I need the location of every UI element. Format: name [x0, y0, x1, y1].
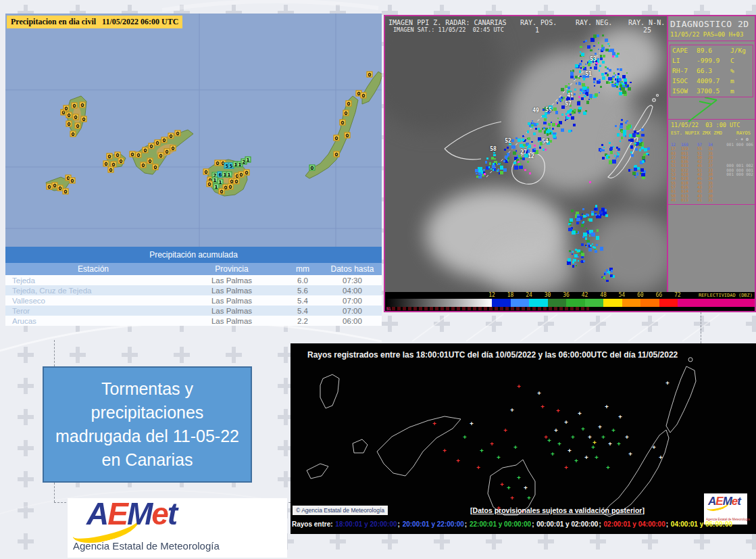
lightning-strike: +	[517, 475, 520, 481]
lightning-strike: +	[606, 464, 609, 470]
lightning-strike: +	[564, 464, 568, 470]
precip-station-marker: 0	[136, 152, 142, 158]
lightning-strike: +	[503, 427, 507, 433]
title-line-1: Tormentas y	[101, 377, 193, 401]
dashed-line-vertical-bottom	[54, 483, 55, 502]
lightning-strike: +	[476, 464, 480, 470]
est-table-rows: 121605734001 000 00617159553503051513527…	[671, 143, 753, 202]
precip-station-marker: 0	[130, 151, 136, 157]
precip-station-marker: 0	[143, 147, 149, 153]
title-line-4: en Canarias	[102, 448, 193, 472]
radar-cell-label: 57	[565, 101, 572, 107]
colorbar-tick: 54	[619, 292, 626, 298]
lightning-strike: +	[500, 481, 503, 487]
lightning-strike: +	[628, 451, 632, 457]
lightning-strike: +	[617, 441, 620, 447]
radar-header-line1: IMAGEN PPI Z. RADAR: CANARIAS	[388, 19, 507, 26]
lightning-strike: +	[618, 414, 622, 420]
diag-row: RH-766.3%	[670, 66, 753, 76]
lightning-strike: +	[480, 447, 483, 454]
colorbar-tick: 42	[582, 292, 588, 298]
logo-letter-e2: e	[151, 496, 168, 531]
precip-station-marker: 0	[149, 143, 155, 149]
precip-station-marker: 0	[80, 102, 86, 108]
precip-station-marker: 0	[103, 161, 109, 167]
precip-station-marker: 1	[245, 157, 251, 163]
legend-item: 04:00:01 y 06:00:00	[671, 520, 732, 528]
lightning-strike: +	[593, 439, 596, 445]
lightning-strike: +	[510, 407, 513, 413]
radar-cell-label: 55	[545, 107, 552, 113]
lightning-strike: +	[456, 458, 459, 464]
col-mm: mm	[282, 264, 323, 274]
legend-item: 00:00:01 y 02:00:00	[536, 520, 598, 528]
ray-pos-value: 1	[535, 26, 539, 34]
precip-station-marker: 0	[361, 93, 367, 99]
table-cell: Las Palmas	[181, 276, 282, 285]
table-cell: Teror	[5, 307, 181, 315]
table-cell: 5.4	[282, 297, 323, 305]
precip-station-marker: 0	[75, 123, 81, 129]
table-cell: 2.2	[282, 317, 323, 325]
diagnostics-values-box: CAPE89.6J/KgLI-999.9CRH-766.3%ISOC4009.7…	[670, 45, 753, 97]
precip-station-marker: 0	[340, 120, 346, 126]
slide-title-box: Tormentas y precipitaciones madrugada de…	[43, 366, 252, 483]
precip-station-marker: 0	[147, 158, 153, 164]
precip-station-marker: 0	[108, 167, 114, 173]
colorbar-tick: 36	[563, 292, 570, 298]
ray-nn-label: RAY. N-N.	[628, 19, 665, 26]
lightning-strike: +	[556, 408, 559, 414]
diag-row: ISOC4009.7m	[670, 76, 753, 86]
lightning-provisional-note: [Datos provisionales sujetos a validació…	[436, 506, 679, 514]
lightning-strike: +	[595, 454, 598, 460]
lightning-strike: +	[625, 434, 628, 440]
lightning-strike: +	[547, 437, 551, 443]
precip-station-marker: 0	[168, 133, 174, 139]
lightning-strike: +	[605, 404, 608, 410]
radar-image: IMAGEN PPI Z. RADAR: CANARIAS IMAGEN SAT…	[385, 16, 667, 292]
table-row: Tejeda, Cruz de TejedaLas Palmas5.604:00	[5, 285, 382, 295]
legend-item: 02:00:01 y 04:00:00	[604, 520, 665, 528]
precip-station-marker: 0	[334, 135, 340, 141]
precip-station-marker: 0	[343, 110, 349, 116]
table-body: TejedaLas Palmas6.007:30Tejeda, Cruz de …	[5, 275, 382, 326]
precip-station-marker: 0	[72, 103, 78, 109]
colorbar-label: REFLECTIVIDAD (DBZ)	[699, 293, 753, 298]
precip-station-marker: 0	[64, 105, 70, 112]
lightning-strike: +	[463, 434, 466, 440]
table-cell: Tejeda, Cruz de Tejeda	[5, 287, 181, 295]
lightning-strike: +	[513, 444, 517, 450]
lightning-strike: +	[581, 426, 584, 432]
diagnostics-panel: DIAGNOSTICO 2D 11/05/22 PAS=00 H+03 CAPE…	[667, 16, 755, 292]
col-estacion: Estación	[5, 264, 181, 274]
precip-station-marker: 0	[47, 184, 53, 190]
diagnostics-title: DIAGNOSTICO 2D	[670, 19, 749, 29]
lightning-strike: +	[564, 419, 568, 425]
table-cell: Las Palmas	[181, 287, 282, 295]
precip-station-marker: 0	[345, 132, 351, 139]
colorbar-tick: 48	[600, 292, 607, 298]
est-table-header: EST. NUPIX ZMX ZMD	[671, 130, 722, 136]
table-cell: 07:30	[323, 276, 382, 285]
precip-station-marker: 0	[153, 164, 159, 170]
col-provincia: Provincia	[181, 264, 282, 274]
lightning-marker-dot	[612, 55, 614, 57]
precipitation-map-panel: Precipitacion en dia civil 11/05/2022 06…	[5, 14, 382, 247]
table-cell: Las Palmas	[181, 297, 282, 305]
col-datos-hasta: Datos hasta	[323, 264, 382, 274]
lightning-strike: +	[443, 447, 446, 454]
precip-station-marker: 0	[70, 131, 76, 137]
lightning-map-panel: Rayos registrados entre las 18:00:01UTC …	[291, 343, 756, 534]
precip-station-marker: 0	[155, 140, 161, 146]
lightning-strike: +	[611, 427, 615, 433]
est-row: 490134135	[671, 198, 753, 202]
legend-item: 22:00:01 y 00:00:00	[470, 520, 531, 528]
precip-station-marker: 0	[141, 162, 147, 168]
precip-station-marker: 0	[207, 181, 213, 187]
lightning-copyright: © Agencia Estatal de Meteorología	[293, 506, 388, 515]
lightning-strike: +	[571, 434, 574, 440]
colorbar-tick: 72	[674, 292, 681, 298]
precip-station-marker: 0	[244, 170, 250, 176]
diag-row: LI-999.9C	[670, 55, 753, 66]
table-cell: 07:00	[323, 297, 382, 305]
